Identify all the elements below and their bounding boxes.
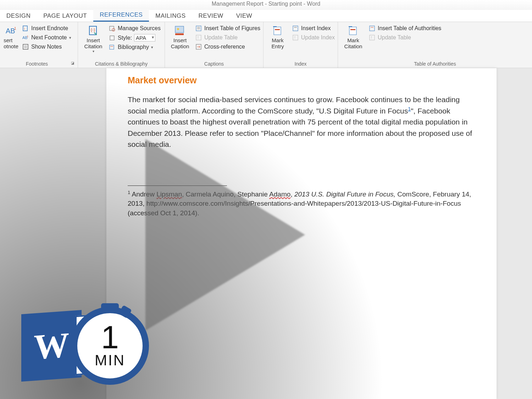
svg-text:1: 1 [14, 27, 16, 31]
insert-endnote-button[interactable]: i Insert Endnote [22, 25, 71, 32]
svg-text:AB: AB [6, 27, 15, 35]
cross-reference-button[interactable]: Cross-reference [195, 43, 260, 50]
stopwatch-icon: 1 MIN [71, 307, 149, 385]
tab-design[interactable]: DESIGN [0, 10, 37, 22]
svg-rect-13 [110, 36, 114, 40]
insert-footnote-button[interactable]: AB1 sertotnote [3, 23, 19, 49]
insert-tof-button[interactable]: Insert Table of Figures [195, 25, 260, 32]
mark-entry-button[interactable]: Mark Entry [266, 23, 289, 49]
insert-tof-label: Insert Table of Figures [204, 25, 260, 32]
insert-endnote-label: Insert Endnote [31, 25, 68, 32]
svg-rect-18 [175, 33, 184, 35]
insert-caption-button[interactable]: Insert Caption [168, 23, 192, 49]
style-dropdown[interactable]: APA [134, 34, 155, 41]
group-label-captions: Captions [168, 60, 260, 68]
document-page[interactable]: Market overview The market for social me… [106, 68, 497, 399]
tab-references[interactable]: REFERENCES [93, 9, 149, 22]
fn-b: , Carmela Aquino, Stephanie [182, 190, 269, 198]
show-notes-icon [22, 43, 29, 50]
group-label-toa: Table of Authorities [341, 60, 529, 68]
footnote-separator [128, 185, 227, 186]
tab-mailings[interactable]: MAILINGS [149, 10, 192, 22]
mark-entry-label: Mark Entry [271, 38, 284, 49]
update-index-label: Update Index [301, 34, 335, 41]
update-table-captions-label: Update Table [204, 34, 238, 41]
update-table-captions-button: ! Update Table [195, 34, 260, 41]
svg-rect-32 [350, 29, 355, 30]
timer-number: 1 [101, 323, 119, 352]
window-title: Management Report - Starting point - Wor… [0, 0, 532, 10]
crossref-icon [195, 43, 202, 50]
caption-icon [174, 25, 186, 37]
svg-point-17 [177, 28, 179, 30]
svg-rect-26 [275, 29, 280, 30]
svg-rect-33 [370, 26, 375, 31]
group-captions: Insert Caption Insert Table of Figures !… [165, 22, 264, 68]
ribbon-tabs: DESIGN PAGE LAYOUT REFERENCES MAILINGS R… [0, 10, 532, 22]
para-text-1: The market for social media-based servic… [128, 95, 460, 115]
insert-footnote-label-top: sert [4, 37, 12, 43]
manage-sources-icon [109, 25, 116, 32]
show-notes-button[interactable]: Show Notes [22, 43, 71, 50]
thumbnail-badge: W 1 MIN [21, 307, 149, 385]
insert-citation-button[interactable]: (-) Insert Citation ▾ [81, 23, 106, 53]
group-label-citations: Citations & Bibliography [81, 60, 162, 68]
style-label: Style: [118, 35, 132, 41]
svg-text:(-): (-) [91, 27, 95, 32]
next-footnote-icon: AB1 [22, 34, 29, 41]
mark-citation-icon [347, 25, 359, 37]
timer-min-label: MIN [95, 352, 125, 369]
document-paragraph[interactable]: The market for social media-based servic… [128, 94, 475, 150]
insert-citation-label: Insert Citation [84, 38, 102, 49]
svg-text:i: i [24, 27, 25, 31]
mark-citation-label: Mark Citation [344, 38, 362, 49]
svg-rect-2 [23, 26, 27, 31]
citation-style-row: Style: APA [109, 34, 161, 41]
svg-rect-19 [196, 26, 201, 31]
svg-rect-16 [175, 26, 184, 33]
style-icon [109, 34, 116, 41]
manage-sources-button[interactable]: Manage Sources [109, 25, 161, 32]
group-label-index: Index [266, 60, 335, 68]
dropdown-icon: ▾ [151, 45, 153, 50]
svg-text:!: ! [294, 35, 295, 40]
fn-c: , [290, 190, 294, 198]
footnote-text[interactable]: 1 Andrew Lipsman, Carmela Aquino, Stepha… [128, 189, 475, 218]
footnote-icon: AB1 [5, 25, 17, 37]
group-toa: Mark Citation Insert Table of Authoritie… [338, 22, 532, 68]
dropdown-icon: ▾ [69, 35, 71, 40]
document-area[interactable]: Market overview The market for social me… [0, 68, 532, 399]
footnote-reference[interactable]: 1 [408, 106, 411, 112]
next-footnote-label: Next Footnote [31, 34, 67, 41]
insert-index-button[interactable]: Insert Index [292, 25, 335, 32]
dropdown-icon: ▾ [93, 49, 94, 53]
update-toa-icon: ! [368, 34, 376, 41]
svg-text:!: ! [198, 35, 199, 40]
group-citations: (-) Insert Citation ▾ Manage Sources Sty… [78, 22, 165, 68]
insert-toa-label: Insert Table of Authorities [378, 25, 441, 32]
next-footnote-button[interactable]: AB1 Next Footnote ▾ [22, 34, 71, 41]
fn-a: Andrew [130, 190, 156, 198]
dialog-launcher-icon[interactable]: ◪ [71, 61, 74, 65]
fn-name1: Lipsman [156, 190, 182, 198]
insert-index-icon [292, 25, 299, 32]
insert-toa-icon [368, 25, 376, 32]
svg-rect-31 [349, 27, 356, 35]
svg-rect-25 [274, 27, 281, 35]
insert-index-label: Insert Index [301, 25, 331, 32]
document-heading[interactable]: Market overview [128, 75, 475, 85]
manage-sources-label: Manage Sources [118, 25, 161, 32]
tab-view[interactable]: VIEW [230, 10, 259, 22]
svg-point-12 [112, 28, 115, 31]
insert-toa-button[interactable]: Insert Table of Authorities [368, 25, 441, 32]
bibliography-button[interactable]: Bibliography ▾ [109, 44, 161, 51]
update-toa-button: ! Update Table [368, 34, 441, 41]
svg-text:!: ! [371, 35, 372, 40]
cross-reference-label: Cross-reference [204, 44, 245, 50]
tab-page-layout[interactable]: PAGE LAYOUT [37, 10, 93, 22]
insert-footnote-label-bottom: otnote [4, 43, 18, 49]
mark-citation-button[interactable]: Mark Citation [341, 23, 366, 49]
fn-italic: 2013 U.S. Digital Future in Focus, [294, 190, 395, 198]
svg-rect-27 [293, 26, 298, 31]
tab-review[interactable]: REVIEW [192, 10, 230, 22]
